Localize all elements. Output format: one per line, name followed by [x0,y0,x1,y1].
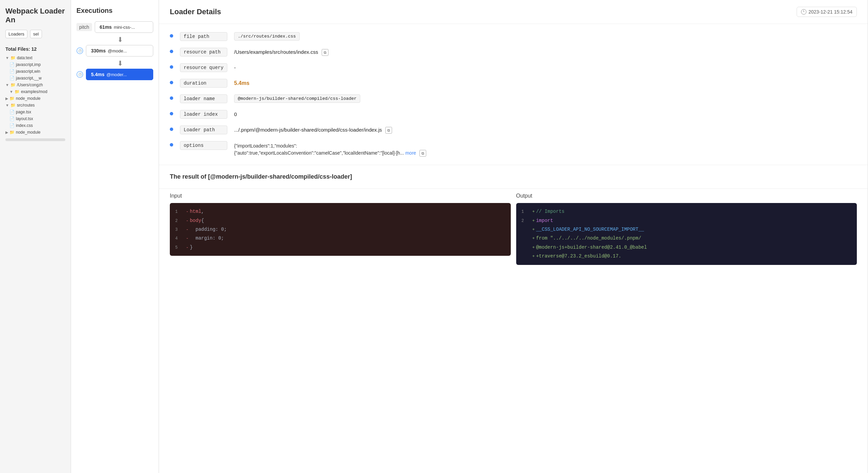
tree-file-index-css[interactable]: 📄 index.css [0,122,71,129]
input-line-2: 2 - body { [170,216,511,225]
output-line-3: + __CSS_LOADER_API_NO_SOURCEMAP_IMPORT__ [516,225,857,234]
detail-row-loader-index: loader index 0 [170,110,857,119]
folder-icon: 📁 [10,83,16,87]
arrow-down-2: ⬇ [76,59,153,67]
dot-indicator [170,34,173,38]
clock-icon-2: 🕐 [76,71,83,78]
field-label-loader-path: Loader path [180,126,227,134]
field-value-options: {"importLoaders":1,"modules": {"auto":tr… [234,141,426,157]
chevron-down-icon: ▼ [5,103,9,107]
horizontal-scrollbar[interactable] [5,138,65,141]
loaders-button[interactable]: Loaders [5,30,27,38]
field-value-loader-index: 0 [234,110,237,117]
field-label-loader-name: loader name [180,94,227,103]
field-label-loader-index: loader index [180,110,227,119]
chevron-down-icon: ▼ [5,83,9,87]
detail-row-loader-name: loader name @modern-js/builder-shared/co… [170,94,857,103]
input-line-5: 5 - } [170,243,511,252]
tree-file-js-imp[interactable]: 📄 javascript,imp [0,61,71,68]
tree-file-js-w[interactable]: 📄 javascript,__w [0,75,71,82]
input-label: Input [170,189,511,203]
tree-file-layout[interactable]: 📄 layout.tsx [0,115,71,122]
input-line-1: 1 - html, [170,207,511,216]
field-value-loader-name: @modern-js/builder-shared/compiled/css-l… [234,94,360,103]
detail-row-loader-path: Loader path .../.pnpm/@modern-js/builder… [170,126,857,134]
executions-title: Executions [76,7,153,15]
copy-button-resource-path[interactable]: ⧉ [322,49,328,56]
field-label-resource-path: resource path [180,48,227,57]
result-title: The result of [@modern-js/builder-shared… [170,173,857,180]
detail-row-options: options {"importLoaders":1,"modules": {"… [170,141,857,157]
file-icon: 📄 [9,62,15,67]
folder-icon: 📁 [10,55,16,60]
dot-indicator [170,96,173,100]
folder-icon: 📁 [15,89,20,94]
file-icon: 📄 [9,110,15,114]
exec-button-1[interactable]: 61ms mini-css-... [95,21,153,33]
chevron-down-icon: ▼ [9,90,13,94]
field-value-resource-path: /Users/examples/src/routes/index.css ⧉ [234,48,328,56]
main-header: Loader Details 2023-12-21 15:12:54 [159,0,868,24]
app-title: Webpack Loader An [0,7,71,30]
folder-icon: 📁 [9,130,15,135]
exec-row-2: 🕐 330ms @mode... [76,45,153,57]
file-icon: 📄 [9,76,15,81]
output-line-4: + from "../../../../node_modules/.pnpm/ [516,234,857,243]
field-label-resource-query: resource query [180,63,227,72]
select-button[interactable]: sel [30,30,42,38]
tree-file-page[interactable]: 📄 page.tsx [0,109,71,115]
field-value-resource-query: - [234,63,236,70]
tree-folder-examples[interactable]: ▼ 📁 examples/mod [0,88,71,95]
loader-details-title: Loader Details [170,7,221,16]
exec-button-3[interactable]: 5.4ms @moder... [86,69,153,80]
tree-folder-users[interactable]: ▼ 📁 /Users/congzh [0,82,71,88]
output-editor: 1 + // Imports 2 + import + __CSS_LOADER… [516,203,857,265]
folder-icon: 📁 [10,103,16,108]
chevron-down-icon: ▼ [5,56,9,60]
sidebar-toolbar: Loaders sel [0,30,71,44]
detail-row-file-path: file path ./src/routes/index.css [170,32,857,41]
dot-indicator [170,50,173,53]
file-icon: 📄 [9,116,15,121]
output-column: Output 1 + // Imports 2 + import + [516,189,857,265]
chevron-right-icon: ▶ [5,130,8,135]
field-value-loader-path: .../.pnpm/@modern-js/builder-shared/comp… [234,126,392,134]
detail-section: file path ./src/routes/index.css resourc… [159,24,868,165]
tree-folder-node-modules-1[interactable]: ▶ 📁 node_module [0,95,71,102]
input-line-3: 3 - padding: 0; [170,225,511,234]
dot-indicator [170,128,173,131]
file-icon: 📄 [9,69,15,74]
tree-folder-node-modules-2[interactable]: ▶ 📁 node_module [0,129,71,136]
pitch-label: pitch [76,23,92,31]
timestamp-badge: 2023-12-21 15:12:54 [797,7,857,17]
arrow-down-1: ⬇ [76,36,153,44]
detail-row-duration: duration 5.4ms [170,79,857,88]
clock-icon [801,9,806,15]
clock-icon-1: 🕐 [76,47,83,54]
copy-button-options[interactable]: ⧉ [419,150,426,157]
detail-row-resource-path: resource path /Users/examples/src/routes… [170,48,857,57]
tree-folder-src-routes[interactable]: ▼ 📁 src/routes [0,102,71,109]
chevron-right-icon: ▶ [5,96,8,101]
tree-file-js-win[interactable]: 📄 javascript,win [0,68,71,75]
output-line-5: + @modern-js+builder-shared@2.41.0_@babe… [516,243,857,252]
more-link[interactable]: more [405,150,416,156]
total-files: Total Files: 12 [0,44,71,54]
exec-row-1: pitch 61ms mini-css-... [76,21,153,33]
folder-icon: 📁 [9,96,15,101]
copy-button-loader-path[interactable]: ⧉ [385,127,392,134]
exec-button-2[interactable]: 330ms @mode... [86,45,153,57]
sidebar: Webpack Loader An Loaders sel Total File… [0,0,71,473]
output-line-6: + +traverse@7.23.2_esbuild@0.17. [516,252,857,261]
timestamp-value: 2023-12-21 15:12:54 [808,9,852,15]
tree-folder-data-text[interactable]: ▼ 📁 data:text [0,54,71,61]
field-label-file-path: file path [180,32,227,41]
field-value-duration: 5.4ms [234,79,249,86]
main-panel: Loader Details 2023-12-21 15:12:54 file … [159,0,868,473]
field-label-options: options [180,141,227,150]
file-tree: ▼ 📁 data:text 📄 javascript,imp 📄 javascr… [0,54,71,136]
dot-indicator [170,112,173,115]
dot-indicator [170,81,173,84]
dot-indicator [170,65,173,69]
output-line-2: 2 + import [516,216,857,225]
